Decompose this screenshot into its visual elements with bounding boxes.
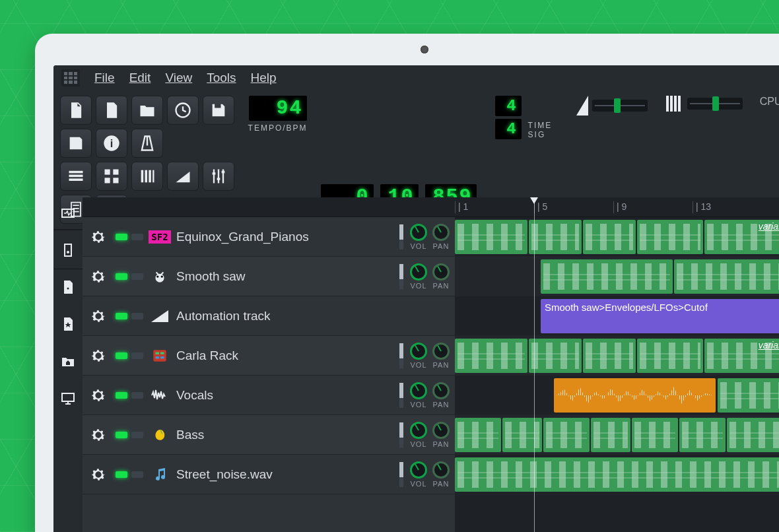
- menu-view[interactable]: View: [165, 71, 192, 85]
- track-header[interactable]: VocalsVOLPAN: [83, 376, 455, 415]
- midi-clip[interactable]: [674, 259, 779, 294]
- volume-knob[interactable]: [410, 263, 427, 281]
- midi-clip[interactable]: [529, 339, 582, 373]
- track-name-label[interactable]: Carla Rack: [176, 349, 390, 363]
- master-volume-slider[interactable]: [592, 100, 648, 112]
- dock-presets-icon[interactable]: [59, 278, 77, 296]
- automation-editor-button[interactable]: [167, 162, 199, 191]
- volume-knob[interactable]: [410, 461, 427, 479]
- track-header[interactable]: Street_noise.wavVOLPAN: [83, 455, 455, 494]
- track-settings-button[interactable]: [88, 266, 109, 287]
- info-button[interactable]: i: [96, 129, 127, 158]
- track-header[interactable]: BassVOLPAN: [83, 415, 455, 455]
- menu-edit[interactable]: Edit: [129, 71, 151, 85]
- track-header[interactable]: Smooth sawVOLPAN: [83, 257, 455, 296]
- solo-led[interactable]: [131, 471, 143, 478]
- piano-roll-button[interactable]: [131, 162, 163, 191]
- midi-clip[interactable]: [529, 220, 582, 254]
- app-menu-icon[interactable]: [61, 69, 80, 86]
- audio-clip[interactable]: [554, 378, 716, 413]
- dock-computer-icon[interactable]: [59, 389, 77, 407]
- midi-clip[interactable]: [637, 339, 703, 373]
- pan-knob[interactable]: [432, 422, 450, 439]
- timesig-denominator[interactable]: 4: [495, 119, 522, 139]
- track-lane[interactable]: [455, 376, 779, 415]
- midi-clip[interactable]: [583, 339, 636, 373]
- midi-clip[interactable]: [541, 259, 673, 294]
- midi-clip[interactable]: [637, 220, 703, 254]
- midi-clip[interactable]: variat: [704, 220, 779, 254]
- pan-knob[interactable]: [432, 382, 450, 399]
- master-pitch[interactable]: [666, 96, 743, 112]
- export-button[interactable]: [60, 129, 92, 158]
- volume-knob[interactable]: [410, 224, 427, 241]
- dock-favorites-icon[interactable]: [59, 315, 77, 333]
- solo-led[interactable]: [131, 273, 143, 280]
- mute-led[interactable]: [116, 432, 127, 438]
- track-name-label[interactable]: Vocals: [176, 388, 390, 403]
- solo-led[interactable]: [131, 234, 143, 240]
- midi-clip[interactable]: [727, 418, 779, 452]
- midi-clip[interactable]: [632, 418, 678, 452]
- midi-clip[interactable]: [455, 339, 527, 373]
- mute-led[interactable]: [116, 234, 127, 240]
- solo-led[interactable]: [131, 432, 143, 438]
- automation-clip[interactable]: Smooth saw>Envelopes/LFOs>Cutof: [541, 299, 779, 333]
- volume-knob[interactable]: [410, 343, 427, 360]
- dock-instruments-icon[interactable]: [59, 204, 77, 222]
- track-header[interactable]: Carla RackVOLPAN: [83, 336, 455, 376]
- mute-led[interactable]: [116, 352, 127, 359]
- midi-clip[interactable]: variat: [704, 339, 779, 373]
- pan-knob[interactable]: [432, 224, 450, 241]
- midi-clip[interactable]: [455, 220, 527, 254]
- volume-knob[interactable]: [410, 422, 427, 439]
- menu-help[interactable]: Help: [251, 71, 277, 85]
- mixer-button[interactable]: [203, 162, 234, 191]
- mute-led[interactable]: [116, 471, 127, 478]
- solo-led[interactable]: [131, 392, 143, 399]
- pan-knob[interactable]: [432, 263, 450, 281]
- track-name-label[interactable]: Automation track: [176, 309, 450, 323]
- new-file-button[interactable]: [60, 96, 92, 125]
- track-settings-button[interactable]: [88, 424, 109, 446]
- track-lane[interactable]: [455, 455, 779, 494]
- timeline-ruler[interactable]: | 1| 5| 9| 13: [455, 197, 779, 217]
- midi-clip[interactable]: [591, 418, 630, 452]
- new-from-template-button[interactable]: [96, 96, 127, 125]
- track-settings-button[interactable]: [88, 345, 109, 366]
- track-header[interactable]: Automation track: [83, 296, 455, 336]
- dock-samples-icon[interactable]: [59, 241, 77, 259]
- track-lane[interactable]: [455, 415, 779, 455]
- recent-button[interactable]: [167, 96, 199, 125]
- mute-led[interactable]: [116, 273, 127, 280]
- open-button[interactable]: [131, 96, 163, 125]
- track-name-label[interactable]: Bass: [176, 428, 390, 442]
- pan-knob[interactable]: [432, 461, 450, 479]
- track-name-label[interactable]: Street_noise.wav: [176, 467, 390, 482]
- mute-led[interactable]: [116, 313, 127, 319]
- track-header[interactable]: SF2Equinox_Grand_PianosVOLPAN: [83, 217, 455, 257]
- metronome-button[interactable]: [131, 129, 163, 158]
- menu-tools[interactable]: Tools: [207, 71, 236, 85]
- track-settings-button[interactable]: [88, 306, 109, 327]
- song-editor-button[interactable]: [60, 162, 92, 191]
- track-lanes-panel[interactable]: | 1| 5| 9| 13 variatSmooth saw>Envelopes…: [455, 197, 779, 532]
- menu-file[interactable]: File: [94, 71, 115, 85]
- bb-editor-button[interactable]: [96, 162, 127, 191]
- track-settings-button[interactable]: [88, 385, 109, 406]
- track-lane[interactable]: [455, 257, 779, 296]
- track-name-label[interactable]: Equinox_Grand_Pianos: [176, 230, 390, 244]
- midi-clip[interactable]: [583, 220, 636, 254]
- midi-clip[interactable]: [543, 418, 590, 452]
- track-settings-button[interactable]: [88, 464, 109, 485]
- midi-clip[interactable]: [455, 418, 501, 452]
- volume-knob[interactable]: [410, 382, 427, 399]
- master-volume[interactable]: [576, 96, 648, 116]
- solo-led[interactable]: [131, 352, 143, 359]
- mute-led[interactable]: [116, 392, 127, 399]
- save-button[interactable]: [203, 96, 234, 125]
- pan-knob[interactable]: [432, 343, 450, 360]
- playhead[interactable]: [534, 197, 535, 532]
- midi-clip[interactable]: [502, 418, 542, 452]
- track-lane[interactable]: variat: [455, 336, 779, 376]
